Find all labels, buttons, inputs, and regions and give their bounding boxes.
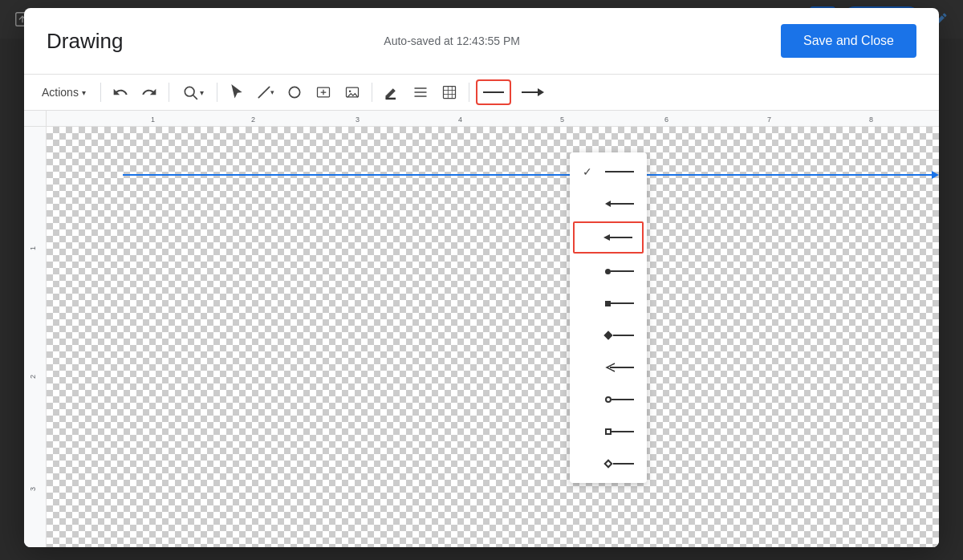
table-button[interactable] [437, 79, 462, 105]
svg-rect-19 [385, 98, 396, 100]
line-end-button[interactable] [514, 79, 550, 105]
redo-button[interactable] [136, 79, 162, 105]
dropdown-item-circle-open[interactable] [570, 383, 647, 416]
divider-1 [100, 83, 101, 102]
svg-text:2: 2 [251, 116, 255, 124]
autosave-status: Auto-saved at 12:43:55 PM [384, 34, 520, 47]
dropdown-item-diamond-filled[interactable] [570, 319, 647, 351]
dropdown-item-open-arrow[interactable] [570, 351, 647, 383]
drawing-modal: Drawing Auto-saved at 12:43:55 PM Save a… [24, 8, 939, 547]
line-square-filled-icon [594, 301, 634, 306]
ruler-top: 1 2 3 4 5 6 7 8 [47, 111, 939, 127]
actions-dropdown-arrow: ▾ [82, 88, 86, 97]
svg-text:2: 2 [29, 375, 37, 379]
svg-text:3: 3 [29, 487, 37, 491]
divider-5 [469, 83, 469, 102]
check-icon: ✓ [583, 165, 592, 178]
line-square-open-icon [594, 428, 634, 435]
svg-text:3: 3 [356, 116, 360, 124]
line-diamond-open-icon [594, 461, 634, 467]
undo-button[interactable] [108, 79, 133, 105]
zoom-button[interactable]: ▾ [176, 79, 210, 105]
line-arrow-icon [594, 201, 634, 207]
line-circle-open-icon [594, 396, 634, 403]
dropdown-item-none[interactable]: ✓ [570, 156, 647, 188]
svg-text:1: 1 [29, 246, 37, 250]
line-filled-arrow-icon [595, 234, 632, 241]
line-start-dropdown: ✓ [570, 152, 647, 483]
dropdown-item-dot[interactable] [570, 255, 647, 287]
svg-text:5: 5 [560, 116, 564, 124]
line-tool-button[interactable]: ▾ [253, 79, 278, 105]
canvas-area: 1 2 3 4 5 6 7 8 1 2 3 [24, 111, 939, 547]
svg-text:8: 8 [869, 116, 873, 124]
dropdown-item-filled-arrow[interactable] [573, 221, 644, 254]
canvas-background[interactable] [47, 127, 939, 547]
line-none-icon [592, 171, 634, 172]
ruler-corner [24, 111, 47, 127]
modal-overlay: Drawing Auto-saved at 12:43:55 PM Save a… [0, 0, 963, 560]
svg-rect-23 [443, 87, 455, 99]
svg-text:1: 1 [151, 116, 155, 124]
align-button[interactable] [408, 79, 433, 105]
line-start-button[interactable] [476, 79, 511, 105]
svg-line-11 [193, 95, 197, 99]
shape-tool-button[interactable] [282, 79, 307, 105]
dropdown-item-square-filled[interactable] [570, 287, 647, 319]
select-tool-button[interactable] [224, 79, 250, 105]
dropdown-item-arrow[interactable] [570, 188, 647, 220]
textbox-tool-button[interactable] [311, 79, 336, 105]
svg-text:7: 7 [767, 116, 771, 124]
image-tool-button[interactable] [339, 79, 365, 105]
divider-3 [217, 83, 217, 102]
dropdown-item-diamond-open[interactable] [570, 448, 647, 480]
svg-point-18 [349, 91, 351, 93]
toolbar: Actions ▾ ▾ [24, 75, 939, 111]
line-open-arrow-icon [594, 362, 634, 373]
svg-line-12 [259, 87, 270, 97]
ruler-left: 1 2 3 [24, 127, 47, 547]
save-close-button[interactable]: Save and Close [781, 24, 916, 58]
svg-point-13 [289, 87, 299, 97]
actions-label: Actions [42, 86, 79, 99]
actions-button[interactable]: Actions ▾ [34, 81, 94, 103]
svg-marker-30 [538, 88, 544, 96]
svg-text:6: 6 [664, 116, 668, 124]
modal-header: Drawing Auto-saved at 12:43:55 PM Save a… [24, 8, 939, 75]
dropdown-item-square-open[interactable] [570, 416, 647, 448]
divider-2 [169, 83, 169, 102]
line-dot-icon [594, 269, 634, 274]
svg-text:4: 4 [458, 116, 462, 124]
canvas-content [47, 127, 939, 547]
divider-4 [372, 83, 372, 102]
line-diamond-filled-icon [594, 332, 634, 339]
line-color-button[interactable] [379, 79, 404, 105]
modal-title: Drawing [47, 29, 123, 54]
zoom-dropdown-arrow: ▾ [200, 88, 204, 97]
